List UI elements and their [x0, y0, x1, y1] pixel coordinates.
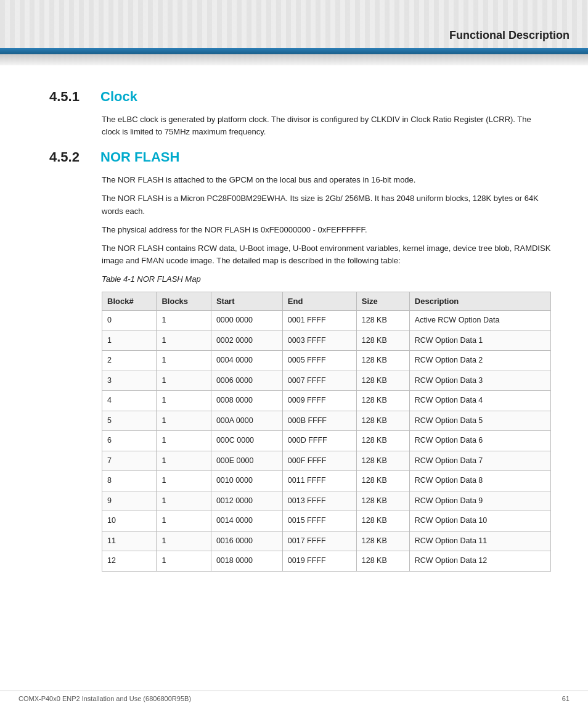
table-cell: 0003 FFFF: [282, 330, 356, 351]
section-451-heading: 4.5.1 Clock: [49, 89, 551, 105]
table-cell: 1: [157, 330, 211, 351]
table-row: 210004 00000005 FFFF128 KBRCW Option Dat…: [102, 351, 551, 371]
table-cell: 000F FFFF: [282, 451, 356, 471]
table-cell: RCW Option Data 7: [409, 451, 550, 471]
section-451-title: Clock: [100, 89, 137, 105]
col-header-block: Block#: [102, 292, 157, 311]
table-row: 61000C 0000000D FFFF128 KBRCW Option Dat…: [102, 431, 551, 451]
table-cell: 0002 0000: [211, 330, 282, 351]
table-cell: 0014 0000: [211, 511, 282, 532]
footer-right: 61: [562, 695, 570, 702]
table-cell: 128 KB: [356, 531, 409, 551]
table-cell: 11: [102, 531, 157, 551]
table-cell: 0009 FFFF: [282, 391, 356, 411]
table-cell: 10: [102, 511, 157, 532]
table-cell: RCW Option Data 9: [409, 491, 550, 511]
table-cell: RCW Option Data 12: [409, 551, 550, 572]
table-cell: 1: [157, 391, 211, 411]
table-cell: 128 KB: [356, 311, 409, 331]
col-header-size: Size: [356, 292, 409, 311]
table-row: 51000A 0000000B FFFF128 KBRCW Option Dat…: [102, 411, 551, 431]
table-cell: 1: [157, 351, 211, 371]
nor-flash-para3: The physical address for the NOR FLASH i…: [102, 224, 551, 236]
table-cell: 128 KB: [356, 330, 409, 351]
table-cell: 7: [102, 451, 157, 471]
table-cell: 0019 FFFF: [282, 551, 356, 572]
table-cell: 128 KB: [356, 491, 409, 511]
table-cell: 0001 FFFF: [282, 311, 356, 331]
blue-bar: [0, 48, 588, 54]
nor-flash-para2: The NOR FLASH is a Micron PC28F00BM29EWH…: [102, 192, 551, 217]
table-cell: 000E 0000: [211, 451, 282, 471]
section-452-heading: 4.5.2 NOR FLASH: [49, 149, 551, 165]
nor-flash-para1: The NOR FLASH is attached to the GPCM on…: [102, 174, 551, 186]
table-cell: 1: [157, 431, 211, 451]
table-row: 010000 00000001 FFFF128 KBActive RCW Opt…: [102, 311, 551, 331]
footer-left: COMX-P40x0 ENP2 Installation and Use (68…: [18, 695, 191, 702]
table-cell: 000A 0000: [211, 411, 282, 431]
table-cell: 3: [102, 371, 157, 391]
nor-flash-table: Block# Blocks Start End Size Description…: [102, 292, 551, 572]
table-cell: 000B FFFF: [282, 411, 356, 431]
table-header-row: Block# Blocks Start End Size Description: [102, 292, 551, 311]
table-cell: 1: [157, 451, 211, 471]
col-header-end: End: [282, 292, 356, 311]
table-cell: RCW Option Data 2: [409, 351, 550, 371]
table-cell: 0: [102, 311, 157, 331]
table-cell: 0004 0000: [211, 351, 282, 371]
header-pattern: Functional Description: [0, 0, 588, 48]
table-cell: 128 KB: [356, 471, 409, 491]
table-cell: 128 KB: [356, 551, 409, 572]
table-row: 910012 00000013 FFFF128 KBRCW Option Dat…: [102, 491, 551, 511]
table-row: 110002 00000003 FFFF128 KBRCW Option Dat…: [102, 330, 551, 351]
table-cell: 128 KB: [356, 391, 409, 411]
table-cell: 1: [157, 471, 211, 491]
table-cell: 9: [102, 491, 157, 511]
table-row: 1010014 00000015 FFFF128 KBRCW Option Da…: [102, 511, 551, 532]
table-caption: Table 4-1 NOR FLASH Map: [102, 273, 551, 285]
table-cell: 0010 0000: [211, 471, 282, 491]
table-cell: 1: [157, 371, 211, 391]
table-cell: 4: [102, 391, 157, 411]
section-452-title: NOR FLASH: [100, 149, 179, 165]
table-cell: 0018 0000: [211, 551, 282, 572]
table-cell: 0012 0000: [211, 491, 282, 511]
table-cell: 0007 FFFF: [282, 371, 356, 391]
table-row: 410008 00000009 FFFF128 KBRCW Option Dat…: [102, 391, 551, 411]
table-row: 1210018 00000019 FFFF128 KBRCW Option Da…: [102, 551, 551, 572]
clock-body-text: The eLBC clock is generated by platform …: [102, 113, 551, 138]
table-cell: 0017 FFFF: [282, 531, 356, 551]
table-cell: 0011 FFFF: [282, 471, 356, 491]
table-row: 1110016 00000017 FFFF128 KBRCW Option Da…: [102, 531, 551, 551]
table-cell: RCW Option Data 1: [409, 330, 550, 351]
table-cell: 12: [102, 551, 157, 572]
table-cell: 0016 0000: [211, 531, 282, 551]
table-cell: 1: [102, 330, 157, 351]
col-header-description: Description: [409, 292, 550, 311]
table-cell: 5: [102, 411, 157, 431]
table-row: 310006 00000007 FFFF128 KBRCW Option Dat…: [102, 371, 551, 391]
table-cell: Active RCW Option Data: [409, 311, 550, 331]
table-cell: RCW Option Data 10: [409, 511, 550, 532]
table-cell: RCW Option Data 8: [409, 471, 550, 491]
table-cell: 1: [157, 531, 211, 551]
table-cell: RCW Option Data 6: [409, 431, 550, 451]
table-cell: 1: [157, 511, 211, 532]
section-451-body: The eLBC clock is generated by platform …: [49, 113, 551, 138]
nor-flash-para4: The NOR FLASH contains RCW data, U-Boot …: [102, 242, 551, 267]
table-cell: 0006 0000: [211, 371, 282, 391]
table-cell: 128 KB: [356, 371, 409, 391]
section-451-number: 4.5.1: [49, 89, 89, 105]
table-cell: 0008 0000: [211, 391, 282, 411]
table-cell: 0005 FFFF: [282, 351, 356, 371]
table-cell: RCW Option Data 3: [409, 371, 550, 391]
table-cell: 128 KB: [356, 451, 409, 471]
table-cell: 8: [102, 471, 157, 491]
table-cell: RCW Option Data 11: [409, 531, 550, 551]
table-cell: 128 KB: [356, 351, 409, 371]
header-title-bar: Functional Description: [449, 24, 588, 48]
table-cell: 2: [102, 351, 157, 371]
table-cell: 1: [157, 411, 211, 431]
header-title: Functional Description: [449, 29, 570, 41]
table-cell: 128 KB: [356, 511, 409, 532]
